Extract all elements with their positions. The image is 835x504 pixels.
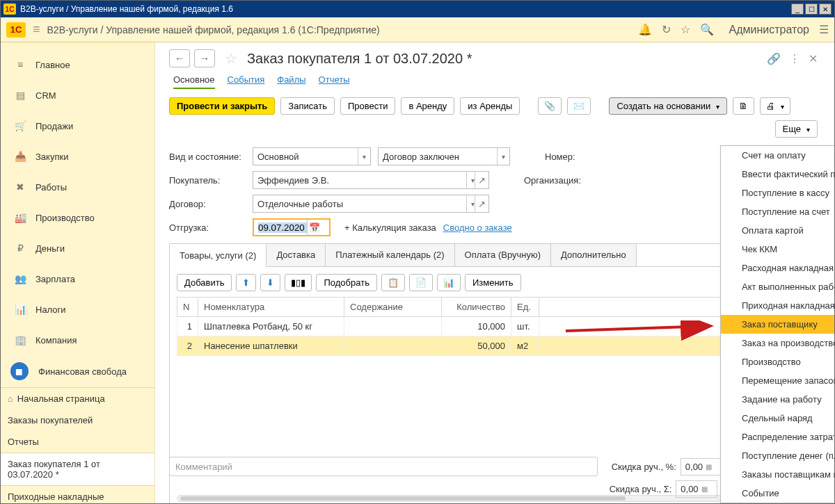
menu-item[interactable]: Оплата картой	[721, 221, 834, 240]
menu-item[interactable]: Заказ на производство	[721, 334, 834, 352]
back-button[interactable]: ←	[169, 49, 190, 67]
table-row[interactable]: 1 Шпатлевка Ротбанд, 50 кг 10,000 шт.	[177, 317, 810, 336]
menu-item[interactable]: Счет на оплату	[721, 146, 834, 165]
sidebar-item-purchases[interactable]: 📥Закупки	[1, 141, 154, 172]
sidebar-item-salary[interactable]: 👥Зарплата	[1, 263, 154, 294]
chevron-down-icon[interactable]: ▾	[497, 148, 509, 165]
paste-button[interactable]: 📄	[409, 274, 433, 291]
minimize-button[interactable]: _	[791, 3, 804, 15]
comment-field[interactable]: Комментарий	[169, 457, 598, 476]
more-icon[interactable]: ⋮	[789, 52, 800, 65]
menu-item[interactable]: Акт выполненных работ	[721, 277, 834, 296]
sidebar-item-production[interactable]: 🏭Производство	[1, 202, 154, 233]
col-unit[interactable]: Ед.	[511, 298, 539, 317]
sidebar-item-money[interactable]: ₽Деньги	[1, 233, 154, 263]
menu-item[interactable]: Событие	[721, 484, 834, 503]
tab-goods[interactable]: Товары, услуги (2)	[170, 245, 267, 267]
report-button[interactable]: 🗎	[733, 97, 754, 115]
window-tab[interactable]: Заказы покупателей	[1, 409, 154, 431]
buyer-field[interactable]: Эффендиев Э.В.▾↗	[253, 171, 489, 189]
window-tab[interactable]: Приходные накладные	[1, 486, 154, 504]
edit-button[interactable]: Изменить	[465, 274, 521, 291]
maximize-button[interactable]: ☐	[805, 3, 818, 15]
discount-sum-value[interactable]: 0,00▦	[676, 480, 717, 498]
post-and-close-button[interactable]: Провести и закрыть	[169, 97, 275, 115]
menu-item[interactable]: Заказы поставщикам в 1С:Бизнес-сеть	[721, 465, 834, 484]
forward-button[interactable]: →	[194, 49, 215, 67]
add-button[interactable]: Добавить	[177, 274, 232, 291]
kind-select[interactable]: Основной▾	[253, 147, 371, 165]
menu-item[interactable]: Распределение затрат	[721, 428, 834, 446]
subtab-events[interactable]: События	[228, 74, 265, 89]
menu-item[interactable]: Сдельный наряд	[721, 409, 834, 428]
shipment-date-field[interactable]: 📅	[253, 218, 331, 236]
star-icon[interactable]: ☆	[681, 23, 690, 36]
sidebar-item-company[interactable]: 🏢Компания	[1, 325, 154, 355]
open-icon[interactable]: ↗	[475, 195, 488, 212]
close-window-button[interactable]: ✕	[819, 3, 832, 15]
attach-button[interactable]: 📎	[538, 97, 562, 115]
col-n[interactable]: N	[177, 298, 198, 317]
state-select[interactable]: Договор заключен▾	[378, 147, 510, 165]
menu-item[interactable]: Приходная накладная	[721, 296, 834, 315]
barcode-button[interactable]: ▮▯▮	[285, 274, 312, 291]
subtab-main[interactable]: Основное	[173, 74, 215, 89]
sidebar-item-financial-freedom[interactable]: ◆Финансовая свобода	[1, 355, 154, 387]
sidebar-item-crm[interactable]: ▤CRM	[1, 80, 154, 111]
post-button[interactable]: Провести	[340, 97, 396, 115]
sidebar-item-taxes[interactable]: 📊Налоги	[1, 294, 154, 325]
summary-link[interactable]: Сводно о заказе	[443, 222, 512, 233]
close-icon[interactable]: ✕	[809, 52, 818, 65]
menu-item[interactable]: Поступление в кассу	[721, 184, 834, 202]
col-qty[interactable]: Количество	[442, 298, 511, 317]
history-icon[interactable]: ↻	[662, 23, 671, 36]
sidebar-item-works[interactable]: ✖Работы	[1, 172, 154, 202]
mail-button[interactable]: ✉️	[567, 97, 591, 115]
contract-field[interactable]: Отделочные работы▾↗	[253, 195, 489, 213]
calculator-icon[interactable]: ▦	[706, 463, 712, 471]
tab-additional[interactable]: Дополнительно	[551, 244, 637, 266]
tab-delivery[interactable]: Доставка	[267, 244, 326, 266]
more-button[interactable]: Еще	[775, 120, 818, 138]
settings-icon[interactable]: ☰	[819, 23, 829, 36]
window-tab[interactable]: Отчеты	[1, 431, 154, 453]
calculator-icon[interactable]: ▦	[701, 485, 708, 493]
shipment-date-input[interactable]	[258, 222, 307, 233]
table-row-selected[interactable]: 2 Нанесение шпатлевки 50,000 м2	[177, 336, 810, 356]
chevron-down-icon[interactable]: ▾	[358, 148, 370, 165]
open-icon[interactable]: ↗	[475, 172, 488, 188]
select-button[interactable]: Подобрать	[316, 274, 376, 291]
menu-item[interactable]: Поступление на счет	[721, 202, 834, 221]
tab-payment[interactable]: Оплата (Вручную)	[455, 244, 551, 266]
menu-icon[interactable]: ≡	[33, 22, 40, 37]
tab-payment-calendar[interactable]: Платежный календарь (2)	[326, 244, 454, 266]
favaorite-star-icon[interactable]: ☆	[225, 50, 237, 67]
search-icon[interactable]: 🔍	[700, 23, 714, 36]
col-content[interactable]: Содержание	[344, 298, 442, 317]
menu-item[interactable]: Задание на работу	[721, 390, 834, 409]
subtab-reports[interactable]: Отчеты	[319, 74, 350, 89]
sidebar-item-sales[interactable]: 🛒Продажи	[1, 111, 154, 141]
subtab-files[interactable]: Файлы	[277, 74, 305, 89]
to-rent-button[interactable]: в Аренду	[401, 97, 454, 115]
window-tab-home[interactable]: ⌂Начальная страница	[1, 388, 154, 409]
window-tab-current[interactable]: Заказ покупателя 1 от 03.07.2020 *	[1, 453, 154, 486]
sidebar-item-main[interactable]: ≡Главное	[1, 49, 154, 80]
create-based-on-button[interactable]: Создать на основании	[609, 97, 727, 115]
menu-item[interactable]: Расходная накладная	[721, 259, 834, 277]
menu-item[interactable]: Чек ККМ	[721, 240, 834, 259]
col-name[interactable]: Номенклатура	[198, 298, 344, 317]
menu-item-selected[interactable]: Заказ поставщику	[721, 315, 834, 334]
copy-button[interactable]: 📋	[381, 274, 405, 291]
move-down-button[interactable]: ⬇	[260, 274, 280, 291]
bell-icon[interactable]: 🔔	[638, 23, 652, 36]
save-button[interactable]: Записать	[280, 97, 335, 115]
from-rent-button[interactable]: из Аренды	[460, 97, 520, 115]
print-button[interactable]: 🖨	[760, 97, 790, 115]
menu-item[interactable]: Перемещение запасов	[721, 371, 834, 390]
calendar-icon[interactable]: 📅	[307, 220, 321, 235]
discount-pct-value[interactable]: 0,00▦	[681, 458, 722, 475]
link-icon[interactable]: 🔗	[767, 52, 781, 65]
menu-item[interactable]: Производство	[721, 352, 834, 371]
move-up-button[interactable]: ⬆	[236, 274, 256, 291]
